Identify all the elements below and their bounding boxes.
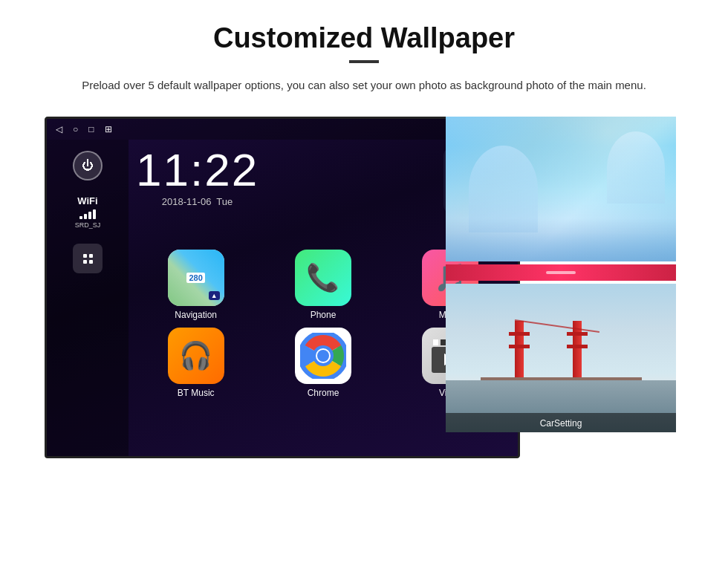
status-bar-left: ◁ ○ □ ⊞ (56, 124, 112, 134)
screenshot-icon[interactable]: ⊞ (105, 124, 112, 134)
nav-route-badge: ▲ (209, 291, 220, 300)
bridge-tower-left (515, 321, 524, 380)
wifi-bar-4 (93, 209, 96, 219)
ice-cave-bg (446, 117, 676, 261)
wifi-bar-3 (88, 212, 91, 219)
chrome-label: Chrome (308, 388, 339, 398)
device-area: ◁ ○ □ ⊞ ◆ ▼ 11:22 ⏻ (45, 117, 683, 458)
wifi-ssid: SRD_SJ (75, 221, 101, 229)
menu-button[interactable] (73, 244, 103, 273)
menu-dot (83, 260, 87, 264)
home-icon[interactable]: ○ (73, 124, 78, 134)
clock-section: 11:22 2018-11-06 Tue (136, 147, 259, 207)
menu-dot (89, 260, 93, 264)
recents-icon[interactable]: □ (88, 124, 94, 134)
ice-water-reflection (446, 218, 676, 262)
cross-beam-1 (509, 332, 530, 336)
wallpaper-bridge[interactable]: CarSetting (446, 284, 676, 432)
cross-beam-4 (567, 345, 588, 348)
page-title: Customized Wallpaper (45, 22, 683, 54)
bridge-deck (481, 377, 642, 380)
wallpaper-divider (446, 264, 676, 281)
wallpaper-panel: CarSetting (446, 117, 683, 458)
clock-time: 11:22 (136, 147, 259, 193)
navigation-label: Navigation (175, 310, 217, 320)
bt-music-icon: 🎧 (168, 328, 224, 384)
phone-symbol: 📞 (306, 262, 339, 293)
menu-dot (89, 254, 93, 258)
carsetting-label: CarSetting (540, 418, 582, 429)
page-container: Customized Wallpaper Preload over 5 defa… (0, 0, 728, 473)
wifi-bars (75, 209, 101, 219)
divider-dots (546, 271, 576, 274)
clock-date: 2018-11-06 Tue (136, 196, 259, 207)
power-button[interactable]: ⏻ (73, 151, 103, 180)
stripe (433, 339, 438, 345)
app-item-bt-music[interactable]: 🎧 BT Music (136, 328, 256, 398)
wifi-label: WiFi (75, 195, 101, 206)
back-icon[interactable]: ◁ (56, 124, 62, 134)
power-icon: ⏻ (82, 159, 94, 172)
chrome-svg (300, 333, 346, 379)
wifi-bar-1 (79, 216, 82, 219)
app-item-phone[interactable]: 📞 Phone (263, 250, 383, 320)
ice-formation-2 (607, 131, 665, 204)
wifi-bar-2 (84, 214, 87, 219)
menu-dot (83, 254, 87, 258)
app-item-chrome[interactable]: Chrome (263, 328, 383, 398)
phone-label: Phone (311, 310, 337, 320)
page-subtitle: Preload over 5 default wallpaper options… (45, 77, 683, 94)
bt-symbol: 🎧 (179, 340, 212, 371)
app-item-navigation[interactable]: 280 ▲ Navigation (136, 250, 256, 320)
wifi-info: WiFi SRD_SJ (75, 195, 101, 229)
cross-beam-3 (567, 332, 588, 336)
bridge-bg (446, 284, 676, 432)
cross-beam-2 (509, 345, 530, 348)
svg-point-3 (317, 350, 329, 362)
carsetting-bar: CarSetting (446, 413, 676, 432)
wallpaper-ice-cave[interactable] (446, 117, 676, 261)
bt-music-label: BT Music (178, 388, 215, 398)
chrome-icon (295, 328, 351, 384)
sky (446, 284, 676, 373)
stripe (441, 339, 446, 345)
phone-icon: 📞 (295, 250, 351, 306)
navigation-icon: 280 ▲ (168, 250, 224, 306)
title-divider (349, 60, 379, 63)
menu-grid-icon (83, 254, 93, 264)
nav-badge: 280 (186, 273, 204, 283)
divider-element (546, 271, 576, 274)
sidebar: ⏻ WiFi SRD_SJ (47, 140, 129, 456)
